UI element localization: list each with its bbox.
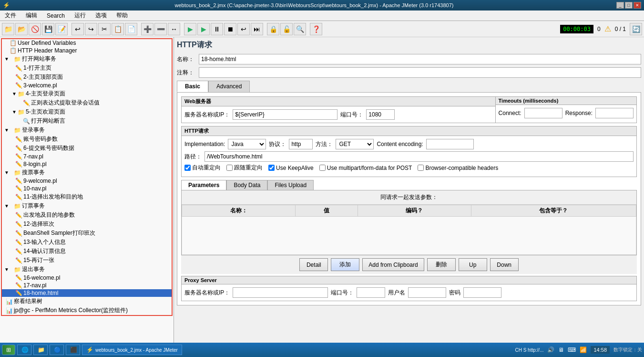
toggle-icon[interactable]: ▼ — [4, 170, 10, 176]
toggle-icon[interactable]: ▼ — [11, 109, 17, 115]
encoding-input[interactable] — [426, 139, 474, 149]
toolbar-run[interactable]: ▶ — [184, 23, 196, 35]
tree-item-6[interactable]: ✏️ 6-提交账号密码数据 — [2, 144, 172, 153]
toolbar-stop[interactable]: 🚫 — [29, 23, 41, 35]
comment-input[interactable] — [199, 67, 641, 78]
response-input[interactable] — [595, 108, 634, 118]
tree-item-11[interactable]: ✏️ 11-选择出发地和目的地 — [2, 192, 172, 201]
toolbar-saveas[interactable]: 📝 — [55, 23, 68, 35]
tree-item-perfmon[interactable]: 📊 jp@gc - PerfMon Metrics Collector(监控组件… — [2, 306, 172, 315]
browser-headers-checkbox[interactable] — [418, 165, 424, 171]
proxy-username-input[interactable] — [408, 287, 446, 298]
toolbar-stop2[interactable]: ⏹ — [224, 23, 236, 35]
toolbar-refresh[interactable]: 🔄 — [630, 23, 642, 35]
tree-item-booking-group[interactable]: ▼ 📁 订票事务 — [2, 201, 172, 210]
taskbar-cmd[interactable]: ⬛ — [66, 345, 80, 355]
tree-item-12[interactable]: ✏️ 12-选择班次 — [2, 220, 172, 229]
follow-redirect-checkbox[interactable] — [226, 165, 233, 171]
taskbar-explorer[interactable]: 📁 — [33, 345, 48, 355]
menu-help[interactable]: 帮助 — [113, 10, 131, 21]
tree-item-15[interactable]: ✏️ 15-再订一张 — [2, 256, 172, 265]
tree-item-8[interactable]: ✏️ 8-login.pl — [2, 160, 172, 168]
maximize-button[interactable]: □ — [625, 2, 633, 9]
path-input[interactable] — [204, 151, 634, 162]
port-input[interactable] — [366, 109, 395, 120]
tree-item-logout-group[interactable]: ▼ 📁 退出事务 — [2, 265, 172, 274]
tree-item-3[interactable]: ✏️ 3-welcome.pl — [2, 82, 172, 89]
tree-item-5-1[interactable]: 🔍 打开网站断言 — [2, 116, 172, 126]
down-button[interactable]: Down — [490, 258, 519, 271]
add-from-clipboard-button[interactable]: Add from Clipboard — [362, 258, 424, 271]
name-input[interactable] — [199, 54, 641, 64]
toolbar-copy[interactable]: 📋 — [112, 23, 124, 35]
multipart-checkbox[interactable] — [319, 165, 326, 171]
toolbar-back[interactable]: ↩ — [237, 23, 250, 35]
toolbar-help[interactable]: ❓ — [310, 23, 322, 35]
tree-item-http-header[interactable]: 📋 HTTP Header Manager — [2, 47, 172, 54]
proxy-password-input[interactable] — [463, 287, 501, 298]
tree-item-10[interactable]: ✏️ 10-nav.pl — [2, 185, 172, 192]
toolbar-new[interactable]: 📁 — [2, 23, 14, 35]
up-button[interactable]: Up — [459, 258, 487, 271]
toolbar-undo[interactable]: ↩ — [72, 23, 84, 35]
toolbar-open[interactable]: 📂 — [15, 23, 28, 35]
tree-item-booking-params[interactable]: ✏️ 出发地及目的地参数 — [2, 210, 172, 220]
toolbar-next[interactable]: ⏭ — [251, 23, 263, 35]
menu-search[interactable]: Search — [44, 11, 68, 20]
server-input[interactable] — [233, 109, 337, 120]
close-button[interactable]: ✕ — [634, 2, 641, 9]
tree-item-4[interactable]: ▼ 📁 4-主页登录页面 — [2, 89, 172, 98]
toolbar-paste[interactable]: 📄 — [125, 23, 137, 35]
taskbar-app[interactable]: ⚡ webtours_book_2.jmx - Apache JMeter — [82, 345, 182, 355]
tab-advanced[interactable]: Advanced — [208, 81, 250, 92]
tab-basic[interactable]: Basic — [177, 81, 208, 92]
inner-tab-files-upload[interactable]: Files Upload — [267, 180, 314, 190]
tree-item-beanshell[interactable]: ✏️ BeanShell Sampler打印班次 — [2, 229, 172, 238]
tree-item-13[interactable]: ✏️ 13-输入个人信息 — [2, 238, 172, 247]
tree-item-1[interactable]: ✏️ 1-打开主页 — [2, 63, 172, 73]
toolbar-save[interactable]: 💾 — [42, 23, 54, 35]
tree-item-login-group[interactable]: ▼ 📁 登录事务 — [2, 126, 172, 135]
checkbox-follow-redirect[interactable]: 跟随重定向 — [226, 164, 263, 172]
tree-item-14[interactable]: ✏️ 14-确认订票信息 — [2, 247, 172, 256]
network-icon[interactable]: 📶 — [580, 346, 587, 353]
menu-run[interactable]: 运行 — [72, 10, 89, 21]
toolbar-pause[interactable]: ⏸ — [211, 23, 223, 35]
tree-item-result-tree[interactable]: 📊 察看结果树 — [2, 297, 172, 306]
taskbar-ie[interactable]: 🌐 — [17, 345, 31, 355]
auto-redirect-checkbox[interactable] — [184, 165, 191, 171]
checkbox-multipart[interactable]: Use multipart/form-data for POST — [319, 165, 412, 171]
toolbar-cut[interactable]: ✂ — [98, 23, 111, 35]
tree-item-user-defined[interactable]: 📋 User Defined Variables — [2, 39, 172, 47]
toolbar-redo[interactable]: ↪ — [85, 23, 97, 35]
menu-file[interactable]: 文件 — [2, 10, 19, 21]
toolbar-search[interactable]: 🔍 — [294, 23, 306, 35]
checkbox-browser-headers[interactable]: Browser-compatible headers — [418, 165, 498, 171]
toolbar-toggle[interactable]: ↔ — [168, 23, 180, 35]
add-button[interactable]: 添加 — [331, 258, 359, 271]
detail-button[interactable]: Detail — [299, 258, 328, 271]
tree-item-search-group[interactable]: ▼ 📁 搜票事务 — [2, 168, 172, 177]
toolbar-unlock[interactable]: 🔓 — [280, 23, 293, 35]
impl-select[interactable]: Java HttpClient4 — [228, 139, 266, 149]
method-select[interactable]: GET POST PUT DELETE — [336, 139, 374, 149]
toolbar-expand[interactable]: ➕ — [141, 23, 153, 35]
toggle-icon[interactable]: ▼ — [4, 127, 10, 133]
delete-button[interactable]: 删除 — [427, 258, 456, 271]
minimize-button[interactable]: _ — [616, 2, 624, 9]
tree-item-9[interactable]: ✏️ 9-welcome.pl — [2, 177, 172, 185]
tree-item-open-website[interactable]: ▼ 📁 打开网站事务 — [2, 54, 172, 63]
checkbox-keepalive[interactable]: Use KeepAlive — [268, 165, 314, 171]
taskbar-chrome[interactable]: 🔵 — [50, 345, 64, 355]
toggle-icon[interactable]: ▼ — [11, 91, 17, 97]
tree-item-7[interactable]: ✏️ 7-nav.pl — [2, 153, 172, 160]
tree-item-17[interactable]: ✏️ 17-nav.pl — [2, 282, 172, 289]
tree-item-login-params[interactable]: ✏️ 账号密码参数 — [2, 135, 172, 144]
proxy-server-input[interactable] — [233, 287, 328, 298]
toolbar-collapse[interactable]: ➖ — [154, 23, 167, 35]
menu-options[interactable]: 选项 — [92, 10, 110, 21]
start-button[interactable]: ⊞ — [2, 345, 15, 355]
keyboard-icon[interactable]: ⌨ — [568, 346, 576, 353]
tree-item-18[interactable]: ✏️ 18-home.html — [2, 289, 172, 297]
toolbar-run-all[interactable]: ▶ — [197, 23, 210, 35]
